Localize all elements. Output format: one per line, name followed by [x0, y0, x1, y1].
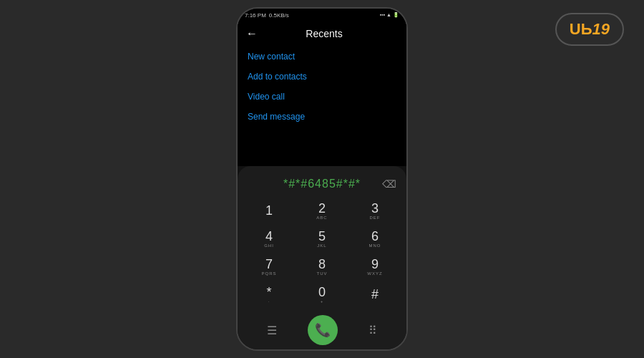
key-3-letters: DEF — [370, 216, 381, 220]
key-8-letters: TUV — [317, 271, 328, 276]
call-icon: 📞 — [315, 322, 331, 338]
recents-title: Recents — [265, 28, 384, 39]
key-6-letters: MNO — [369, 243, 381, 248]
logo: UЬ 19 — [555, 13, 624, 46]
dial-number: *#*#6485#*#* — [249, 178, 395, 190]
key-star[interactable]: * · — [243, 281, 295, 308]
key-2[interactable]: 2 ABC — [296, 198, 348, 224]
key-7-letters: PQRS — [261, 271, 276, 276]
key-9-num: 9 — [371, 258, 379, 271]
key-4[interactable]: 4 GHI — [243, 226, 295, 252]
key-4-letters: GHI — [264, 243, 274, 248]
status-bar: 7:16 PM 0.5KB/s ▪▪▪ ▲ 🔋 — [238, 9, 406, 21]
keypad: 1 2 ABC 3 DEF 4 GHI 5 JKL — [238, 195, 406, 311]
key-2-num: 2 — [318, 202, 326, 215]
logo-ub: UЬ — [570, 20, 592, 39]
menu-items: New contact Add to contacts Video call S… — [238, 46, 406, 127]
logo-19: 19 — [592, 20, 610, 39]
recents-header: ← Recents — [238, 21, 406, 46]
key-9[interactable]: 9 WXYZ — [349, 253, 401, 280]
menu-item-send-message[interactable]: Send message — [248, 112, 396, 122]
key-7-num: 7 — [265, 258, 273, 271]
key-star-num: * — [266, 286, 271, 299]
key-6-num: 6 — [371, 230, 379, 243]
menu-item-video-call[interactable]: Video call — [248, 92, 396, 102]
backspace-button[interactable]: ⌫ — [382, 178, 396, 190]
key-1-num: 1 — [265, 204, 273, 217]
key-3-num: 3 — [371, 202, 379, 215]
key-5-letters: JKL — [317, 243, 326, 248]
page-background: UЬ 19 7:16 PM 0.5KB/s ▪▪▪ ▲ 🔋 ← Recents … — [0, 0, 644, 358]
menu-icon[interactable]: ☰ — [267, 324, 277, 337]
status-left: 7:16 PM 0.5KB/s — [245, 12, 289, 19]
key-hash[interactable]: # — [349, 281, 401, 308]
dial-display: *#*#6485#*#* ⌫ — [238, 173, 406, 195]
key-1[interactable]: 1 — [243, 198, 295, 224]
call-button[interactable]: 📞 — [308, 315, 338, 345]
status-icons: ▪▪▪ ▲ 🔋 — [380, 12, 399, 18]
key-0-letters: + — [321, 299, 324, 304]
grid-icon[interactable]: ⠿ — [369, 324, 377, 337]
key-3[interactable]: 3 DEF — [349, 198, 401, 224]
key-0[interactable]: 0 + — [296, 281, 348, 308]
key-6[interactable]: 6 MNO — [349, 226, 401, 252]
dialer-bottom: ☰ 📞 ⠿ — [238, 311, 406, 349]
status-right: ▪▪▪ ▲ 🔋 — [380, 12, 399, 18]
key-8-num: 8 — [318, 258, 326, 271]
menu-item-new-contact[interactable]: New contact — [248, 52, 396, 62]
key-star-letters: · — [268, 299, 270, 304]
key-5-num: 5 — [318, 230, 326, 243]
menu-item-add-to-contacts[interactable]: Add to contacts — [248, 72, 396, 82]
key-2-letters: ABC — [316, 216, 327, 220]
back-button[interactable]: ← — [246, 27, 258, 40]
phone-frame: 7:16 PM 0.5KB/s ▪▪▪ ▲ 🔋 ← Recents New co… — [236, 7, 408, 351]
key-4-num: 4 — [265, 230, 273, 243]
status-speed: 0.5KB/s — [269, 12, 289, 19]
key-0-num: 0 — [318, 286, 326, 299]
key-8[interactable]: 8 TUV — [296, 253, 348, 280]
key-5[interactable]: 5 JKL — [296, 226, 348, 252]
recents-area: ← Recents New contact Add to contacts Vi… — [238, 21, 406, 166]
key-hash-num: # — [371, 288, 379, 301]
key-9-letters: WXYZ — [367, 271, 382, 276]
status-time: 7:16 PM — [245, 12, 266, 19]
dialer-area: *#*#6485#*#* ⌫ 1 2 ABC 3 DEF — [238, 166, 406, 349]
key-7[interactable]: 7 PQRS — [243, 253, 295, 280]
